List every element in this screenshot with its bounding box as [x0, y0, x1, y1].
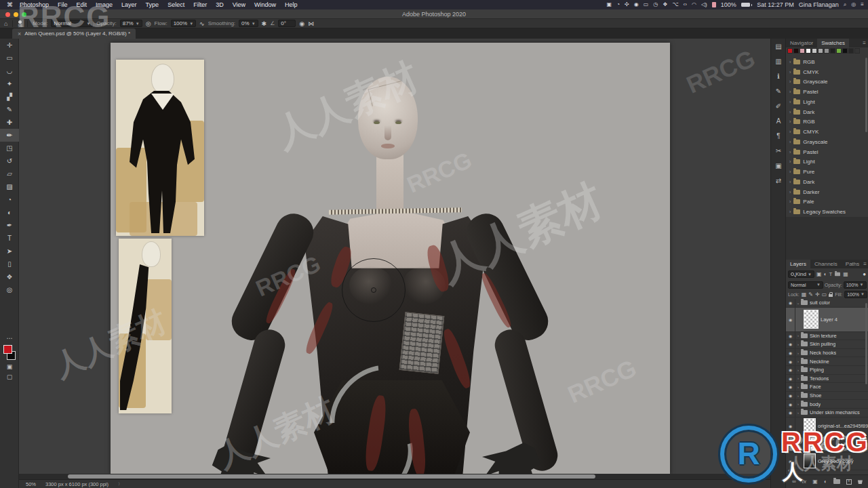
group-chevron-icon[interactable]: › — [795, 385, 801, 389]
brush-preset-picker[interactable]: 55 — [18, 20, 22, 28]
layer-thumbnail[interactable] — [804, 310, 818, 329]
brushes-panel-icon[interactable]: ✐ — [771, 98, 786, 113]
pen-tool[interactable]: ✒ — [0, 219, 19, 232]
scrollbar-thumb[interactable] — [68, 474, 595, 479]
display-mirroring-icon[interactable]: ▣ — [607, 0, 612, 9]
filter-toggle-icon[interactable]: ● — [863, 271, 866, 277]
swatches-scrollbar[interactable] — [865, 58, 867, 132]
color-swatch[interactable] — [848, 48, 854, 54]
new-group-icon[interactable] — [833, 479, 840, 484]
layers-scrollbar[interactable] — [865, 303, 867, 384]
move-tool[interactable]: ✛ — [0, 39, 19, 52]
spotlight-icon[interactable]: ⌕ — [844, 0, 846, 9]
layer-name[interactable]: Under skin mechanics — [810, 409, 860, 415]
color-swatch[interactable] — [836, 48, 842, 54]
layer-visibility-eye-icon[interactable]: ◉ — [786, 375, 795, 383]
layer-row[interactable]: ◉ › Neck hooks — [786, 349, 868, 358]
menu-clock[interactable]: Sat 12:27 PM — [757, 1, 794, 8]
history-brush-tool[interactable]: ↺ — [0, 155, 19, 167]
layer-visibility-eye-icon[interactable]: ◉ — [786, 332, 795, 340]
layer-row[interactable]: ◉ › Neckline — [786, 357, 868, 366]
dodge-tool[interactable]: ◐ — [0, 206, 19, 219]
layer-row[interactable]: ◉ › Tendons — [786, 375, 868, 384]
layer-visibility-eye-icon[interactable]: ◉ — [786, 308, 795, 331]
menu-item[interactable]: Select — [167, 1, 184, 8]
color-swatch[interactable] — [854, 48, 860, 54]
layer-row[interactable]: ◉ Layer 4 — [786, 308, 868, 332]
layer-thumbnail[interactable] — [804, 453, 816, 468]
layer-row[interactable]: ◉ › Piping — [786, 366, 868, 375]
layer-name[interactable]: Grey body copy — [818, 458, 854, 464]
close-document-icon[interactable]: × — [18, 30, 21, 37]
menu-item[interactable]: Filter — [193, 1, 207, 8]
character-panel-icon[interactable]: A — [771, 113, 786, 128]
layer-name[interactable]: rg4 — [818, 441, 825, 447]
layer-visibility-eye-icon[interactable]: ◉ — [786, 349, 795, 357]
group-chevron-icon[interactable]: › — [795, 402, 801, 406]
layer-blend-mode-select[interactable]: Normal▼ — [788, 281, 823, 289]
group-chevron-icon[interactable]: › — [795, 359, 801, 363]
group-chevron-icon[interactable]: › — [795, 376, 801, 380]
history-panel-icon[interactable]: ▤ — [771, 39, 786, 54]
layer-mask-icon[interactable]: ▣ — [812, 479, 818, 485]
user-name[interactable]: Gina Flanagan — [799, 1, 839, 8]
layer-visibility-eye-icon[interactable]: ◉ — [786, 392, 795, 400]
tab-navigator[interactable]: Navigator — [786, 39, 817, 47]
layer-visibility-eye-icon[interactable]: ◉ — [786, 366, 795, 374]
filter-type-layers-icon[interactable]: T — [829, 271, 832, 277]
swatch-group-row[interactable]: › Grayscale — [786, 137, 868, 147]
menu-item[interactable]: Window — [254, 1, 276, 8]
link-layers-icon[interactable]: ∞ — [792, 479, 796, 485]
apple-menu-icon[interactable]: ⌘ — [7, 1, 13, 8]
toolbar-ellipsis-icon[interactable]: ⋯ — [7, 335, 13, 342]
brush-tool[interactable]: ✏ — [0, 129, 19, 142]
layer-name[interactable]: Neck hooks — [810, 350, 836, 356]
layer-name[interactable]: Layer 4 — [821, 317, 837, 323]
color-swatch[interactable] — [830, 48, 835, 54]
pressure-size-icon[interactable]: ◉ — [299, 20, 304, 27]
color-meter-icon[interactable] — [712, 2, 716, 7]
layer-name[interactable]: Face — [810, 384, 821, 390]
home-icon[interactable]: ⌂ — [4, 20, 7, 27]
clone-stamp-tool[interactable]: ◳ — [0, 142, 19, 155]
magic-wand-tool[interactable]: ✦ — [0, 77, 19, 90]
symmetry-icon[interactable]: ⋈ — [308, 20, 314, 27]
bluetooth-icon[interactable]: ❖ — [663, 0, 667, 9]
layer-name[interactable]: original-st...ea2945f89-2 — [818, 423, 868, 429]
swatch-group-row[interactable]: › Dark — [786, 107, 868, 117]
horizontal-scrollbar[interactable] — [19, 474, 770, 479]
layer-name[interactable]: Skin pulling — [810, 341, 835, 347]
document-tab[interactable]: × Alien Queen.psd @ 50% (Layer 4, RGB/8)… — [12, 28, 136, 39]
tab-paths[interactable]: Paths — [842, 260, 863, 268]
brush-settings-panel-icon[interactable]: ✎ — [771, 83, 786, 98]
menu-item[interactable]: Type — [146, 1, 159, 8]
opacity-select[interactable]: 87%▼ — [120, 20, 142, 27]
menu-item[interactable]: Help — [285, 1, 298, 8]
layer-row[interactable]: ◉ original-st...ea2945f89-2 — [786, 418, 868, 435]
filter-group-icon[interactable] — [835, 272, 840, 277]
swatch-group-row[interactable]: › Pastel — [786, 147, 868, 157]
menu-item[interactable]: View — [233, 1, 245, 8]
layer-row[interactable]: ◉ Grey body copy — [786, 453, 868, 470]
lock-paint-icon[interactable]: ✎ — [808, 291, 813, 298]
airplay-icon[interactable]: ▭ — [644, 0, 649, 9]
new-layer-icon[interactable] — [846, 479, 852, 485]
layer-name[interactable]: Neckline — [810, 359, 829, 365]
paragraph-panel-icon[interactable]: ¶ — [771, 128, 786, 143]
flow-select[interactable]: 100%▼ — [171, 20, 196, 27]
input-source-icon[interactable]: ⌥ — [672, 0, 678, 9]
adjustment-layer-icon[interactable]: ◐ — [824, 479, 827, 485]
layer-row[interactable]: ◉ › Under skin mechanics — [786, 409, 868, 418]
menu-item[interactable]: 3D — [216, 1, 224, 8]
foreground-color-swatch[interactable] — [3, 345, 12, 354]
layer-name[interactable]: suit color — [810, 300, 830, 306]
libraries-panel-icon[interactable]: ▣ — [771, 158, 786, 173]
swatch-group-row[interactable]: › RGB — [786, 117, 868, 127]
swatch-group-row[interactable]: › Legacy Swatches — [786, 207, 868, 217]
siri-icon[interactable]: ◎ — [851, 0, 856, 9]
type-tool[interactable]: T — [0, 232, 19, 245]
blur-tool[interactable]: ◔ — [0, 193, 19, 206]
swatch-group-row[interactable]: › Pure — [786, 167, 868, 177]
group-chevron-icon[interactable]: › — [795, 333, 801, 338]
vnc-icon[interactable]: ✣ — [625, 0, 629, 9]
